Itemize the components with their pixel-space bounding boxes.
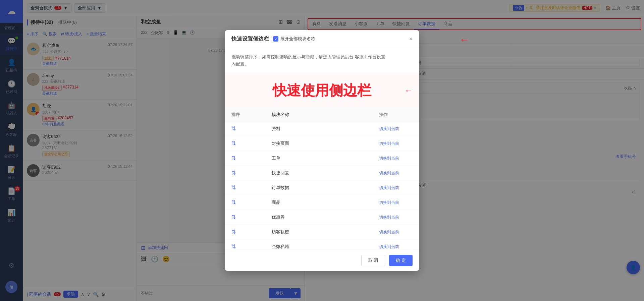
module-name: 对接页面: [272, 140, 379, 146]
modal-close-btn[interactable]: ×: [409, 36, 413, 43]
col-name-header: 模块名称: [272, 112, 379, 118]
modal-header: 快速设置侧边栏 ✓ 展开全部模块名称 ×: [225, 30, 419, 48]
confirm-button[interactable]: 确 定: [389, 255, 413, 266]
arrow-in-modal: ←: [405, 86, 413, 95]
modal-footer: 取 消 确 定: [225, 250, 419, 271]
drag-handle[interactable]: ⇅: [231, 199, 236, 205]
module-name: 企微私域: [272, 244, 379, 250]
modal-title: 快速设置侧边栏: [231, 36, 269, 43]
modal-body: ⇅ 资料 切换到当前 ⇅ 对接页面 切换到当前 ⇅ 工单 切换到当前 ⇅ 快捷回…: [225, 121, 419, 250]
modal-table-header: 排序 模块名称 操作: [225, 108, 419, 121]
drag-handle[interactable]: ⇅: [231, 170, 236, 176]
drag-handle[interactable]: ⇅: [231, 140, 236, 146]
modal-row: ⇅ 企微私域 切换到当前: [225, 239, 419, 250]
switch-btn[interactable]: 切换到当前: [379, 230, 399, 234]
cancel-button[interactable]: 取 消: [361, 255, 385, 266]
arrow-pointer: ←: [459, 34, 470, 46]
col-action-header: 操作: [379, 112, 413, 118]
module-name: 快捷回复: [272, 170, 379, 176]
modal-desc-line1: 拖动调整排序，如需控制选项的显示与隐藏，请进入管理员后台-客服工作台设置: [231, 54, 413, 61]
switch-btn[interactable]: 切换到当前: [379, 141, 399, 146]
modal-checkbox-label[interactable]: ✓ 展开全部模块名称: [273, 36, 315, 42]
switch-btn[interactable]: 切换到当前: [379, 171, 399, 175]
drag-handle[interactable]: ⇅: [231, 125, 236, 132]
modal-overlay: ← 快速设置侧边栏 ✓ 展开全部模块名称 × 拖动调整排序，如需控制选项的显示与…: [0, 0, 644, 301]
checkbox-label: 展开全部模块名称: [280, 36, 315, 42]
drag-handle[interactable]: ⇅: [231, 243, 236, 250]
module-name: 工单: [272, 155, 379, 161]
drag-handle[interactable]: ⇅: [231, 184, 236, 191]
module-name: 优惠券: [272, 214, 379, 220]
modal-row: ⇅ 快捷回复 切换到当前: [225, 166, 419, 180]
modal-row: ⇅ 商品 切换到当前: [225, 195, 419, 210]
module-name: 订单数据: [272, 185, 379, 191]
module-name: 访客轨迹: [272, 229, 379, 235]
module-name: 资料: [272, 126, 379, 132]
module-name: 商品: [272, 199, 379, 205]
modal-big-text: 快速使用侧边栏: [230, 78, 414, 103]
modal-row: ⇅ 对接页面 切换到当前: [225, 136, 419, 151]
modal-description: 拖动调整排序，如需控制选项的显示与隐藏，请进入管理员后台-客服工作台设置 内配置…: [225, 48, 419, 73]
col-order-header: 排序: [231, 112, 272, 118]
switch-btn[interactable]: 切换到当前: [379, 126, 399, 131]
drag-handle[interactable]: ⇅: [231, 155, 236, 161]
modal-desc-line2: 内配置。: [231, 61, 413, 68]
switch-btn[interactable]: 切换到当前: [379, 200, 399, 205]
checkbox-icon: ✓: [273, 36, 278, 42]
drag-handle[interactable]: ⇅: [231, 214, 236, 220]
drag-handle[interactable]: ⇅: [231, 229, 236, 235]
switch-btn[interactable]: 切换到当前: [379, 215, 399, 220]
modal-row: ⇅ 工单 切换到当前: [225, 151, 419, 166]
modal-dialog: 快速设置侧边栏 ✓ 展开全部模块名称 × 拖动调整排序，如需控制选项的显示与隐藏…: [225, 30, 419, 271]
modal-row: ⇅ 优惠券 切换到当前: [225, 210, 419, 225]
modal-row: ⇅ 访客轨迹 切换到当前: [225, 225, 419, 239]
modal-row: ⇅ 订单数据 切换到当前: [225, 180, 419, 195]
switch-btn[interactable]: 切换到当前: [379, 244, 399, 249]
switch-btn[interactable]: 切换到当前: [379, 156, 399, 161]
modal-big-text-area: 快速使用侧边栏 ←: [225, 73, 419, 108]
switch-btn[interactable]: 切换到当前: [379, 185, 399, 190]
modal-row: ⇅ 资料 切换到当前: [225, 121, 419, 136]
